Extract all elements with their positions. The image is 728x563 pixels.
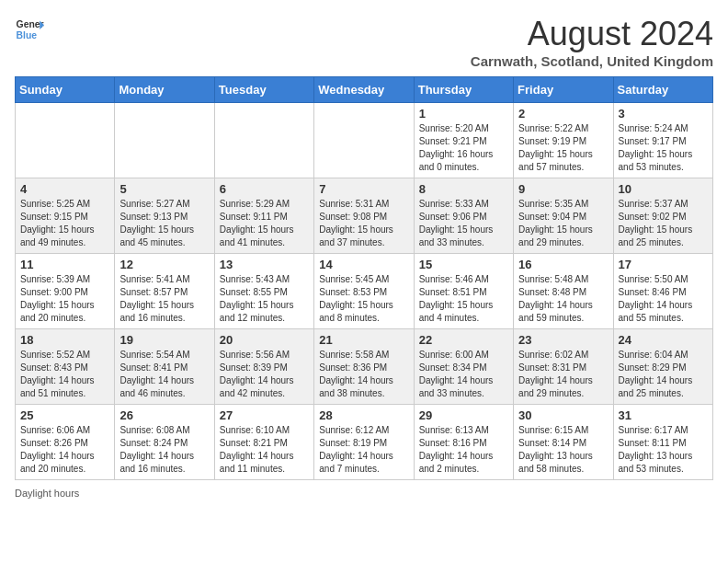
day-info: Sunrise: 6:10 AM Sunset: 8:21 PM Dayligh…: [220, 424, 309, 476]
calendar-cell: 24Sunrise: 6:04 AM Sunset: 8:29 PM Dayli…: [613, 329, 712, 405]
calendar-cell: 11Sunrise: 5:39 AM Sunset: 9:00 PM Dayli…: [16, 254, 115, 329]
day-info: Sunrise: 5:46 AM Sunset: 8:51 PM Dayligh…: [419, 273, 508, 325]
calendar-table: SundayMondayTuesdayWednesdayThursdayFrid…: [15, 76, 713, 480]
day-number: 16: [518, 258, 608, 271]
day-info: Sunrise: 5:29 AM Sunset: 9:11 PM Dayligh…: [220, 198, 309, 249]
calendar-week-1: 1Sunrise: 5:20 AM Sunset: 9:21 PM Daylig…: [16, 103, 713, 178]
day-number: 27: [220, 408, 309, 422]
day-info: Sunrise: 5:39 AM Sunset: 9:00 PM Dayligh…: [20, 273, 109, 325]
calendar-week-2: 4Sunrise: 5:25 AM Sunset: 9:15 PM Daylig…: [16, 178, 713, 254]
day-info: Sunrise: 5:37 AM Sunset: 9:02 PM Dayligh…: [619, 198, 708, 249]
day-number: 26: [119, 408, 209, 422]
location: Carnwath, Scotland, United Kingdom: [471, 53, 713, 69]
day-info: Sunrise: 6:17 AM Sunset: 8:11 PM Dayligh…: [619, 424, 708, 476]
calendar-cell: 25Sunrise: 6:06 AM Sunset: 8:26 PM Dayli…: [16, 405, 115, 480]
day-info: Sunrise: 5:25 AM Sunset: 9:15 PM Dayligh…: [20, 198, 109, 249]
day-info: Sunrise: 5:52 AM Sunset: 8:43 PM Dayligh…: [20, 349, 109, 400]
day-number: 21: [319, 333, 408, 347]
day-info: Sunrise: 5:56 AM Sunset: 8:39 PM Dayligh…: [220, 349, 309, 400]
col-header-wednesday: Wednesday: [314, 77, 414, 103]
calendar-cell: 17Sunrise: 5:50 AM Sunset: 8:46 PM Dayli…: [613, 254, 712, 329]
calendar-cell: 3Sunrise: 5:24 AM Sunset: 9:17 PM Daylig…: [613, 103, 712, 178]
calendar-cell: 7Sunrise: 5:31 AM Sunset: 9:08 PM Daylig…: [314, 178, 414, 254]
calendar-cell: [16, 103, 115, 178]
logo: General Blue: [15, 15, 44, 44]
col-header-sunday: Sunday: [16, 77, 115, 103]
col-header-saturday: Saturday: [613, 77, 712, 103]
calendar-cell: 16Sunrise: 5:48 AM Sunset: 8:48 PM Dayli…: [514, 254, 613, 329]
day-info: Sunrise: 5:58 AM Sunset: 8:36 PM Dayligh…: [319, 349, 408, 400]
day-info: Sunrise: 5:20 AM Sunset: 9:21 PM Dayligh…: [419, 122, 508, 174]
calendar-cell: [214, 103, 313, 178]
day-number: 18: [20, 333, 109, 347]
day-info: Sunrise: 6:06 AM Sunset: 8:26 PM Dayligh…: [20, 424, 109, 476]
day-number: 22: [419, 333, 508, 347]
col-header-monday: Monday: [115, 77, 214, 103]
calendar-cell: 21Sunrise: 5:58 AM Sunset: 8:36 PM Dayli…: [314, 329, 414, 405]
calendar-cell: 2Sunrise: 5:22 AM Sunset: 9:19 PM Daylig…: [514, 103, 613, 178]
col-header-friday: Friday: [514, 77, 613, 103]
calendar-cell: [314, 103, 414, 178]
day-number: 17: [619, 258, 708, 271]
day-number: 5: [119, 182, 209, 196]
footer-text: Daylight hours: [15, 488, 79, 499]
calendar-header-row: SundayMondayTuesdayWednesdayThursdayFrid…: [16, 77, 713, 103]
calendar-cell: 5Sunrise: 5:27 AM Sunset: 9:13 PM Daylig…: [115, 178, 214, 254]
calendar-week-3: 11Sunrise: 5:39 AM Sunset: 9:00 PM Dayli…: [16, 254, 713, 329]
calendar-cell: 13Sunrise: 5:43 AM Sunset: 8:55 PM Dayli…: [214, 254, 313, 329]
day-number: 7: [319, 182, 408, 196]
day-number: 1: [419, 107, 508, 121]
calendar-cell: 12Sunrise: 5:41 AM Sunset: 8:57 PM Dayli…: [115, 254, 214, 329]
day-number: 15: [419, 258, 508, 271]
day-info: Sunrise: 5:35 AM Sunset: 9:04 PM Dayligh…: [518, 198, 608, 249]
month-title: August 2024: [471, 15, 713, 53]
calendar-cell: 15Sunrise: 5:46 AM Sunset: 8:51 PM Dayli…: [414, 254, 513, 329]
day-number: 9: [518, 182, 608, 196]
day-number: 31: [619, 408, 708, 422]
day-info: Sunrise: 5:33 AM Sunset: 9:06 PM Dayligh…: [419, 198, 508, 249]
day-info: Sunrise: 5:31 AM Sunset: 9:08 PM Dayligh…: [319, 198, 408, 249]
day-info: Sunrise: 6:08 AM Sunset: 8:24 PM Dayligh…: [119, 424, 209, 476]
day-info: Sunrise: 6:04 AM Sunset: 8:29 PM Dayligh…: [619, 349, 708, 400]
day-info: Sunrise: 5:43 AM Sunset: 8:55 PM Dayligh…: [220, 273, 309, 325]
calendar-cell: 31Sunrise: 6:17 AM Sunset: 8:11 PM Dayli…: [613, 405, 712, 480]
calendar-cell: 28Sunrise: 6:12 AM Sunset: 8:19 PM Dayli…: [314, 405, 414, 480]
calendar-cell: 14Sunrise: 5:45 AM Sunset: 8:53 PM Dayli…: [314, 254, 414, 329]
day-number: 12: [119, 258, 209, 271]
calendar-cell: 1Sunrise: 5:20 AM Sunset: 9:21 PM Daylig…: [414, 103, 513, 178]
day-info: Sunrise: 6:02 AM Sunset: 8:31 PM Dayligh…: [518, 349, 608, 400]
day-number: 25: [20, 408, 109, 422]
calendar-cell: 22Sunrise: 6:00 AM Sunset: 8:34 PM Dayli…: [414, 329, 513, 405]
day-info: Sunrise: 5:50 AM Sunset: 8:46 PM Dayligh…: [619, 273, 708, 325]
calendar-cell: 10Sunrise: 5:37 AM Sunset: 9:02 PM Dayli…: [613, 178, 712, 254]
day-number: 30: [518, 408, 608, 422]
day-info: Sunrise: 5:41 AM Sunset: 8:57 PM Dayligh…: [119, 273, 209, 325]
calendar-week-4: 18Sunrise: 5:52 AM Sunset: 8:43 PM Dayli…: [16, 329, 713, 405]
title-area: August 2024 Carnwath, Scotland, United K…: [471, 15, 713, 69]
day-number: 14: [319, 258, 408, 271]
calendar-cell: 6Sunrise: 5:29 AM Sunset: 9:11 PM Daylig…: [214, 178, 313, 254]
calendar-cell: 30Sunrise: 6:15 AM Sunset: 8:14 PM Dayli…: [514, 405, 613, 480]
calendar-cell: 26Sunrise: 6:08 AM Sunset: 8:24 PM Dayli…: [115, 405, 214, 480]
calendar-cell: 18Sunrise: 5:52 AM Sunset: 8:43 PM Dayli…: [16, 329, 115, 405]
calendar-cell: 20Sunrise: 5:56 AM Sunset: 8:39 PM Dayli…: [214, 329, 313, 405]
day-number: 3: [619, 107, 708, 121]
day-info: Sunrise: 5:48 AM Sunset: 8:48 PM Dayligh…: [518, 273, 608, 325]
day-number: 2: [518, 107, 608, 121]
day-number: 20: [220, 333, 309, 347]
day-info: Sunrise: 5:24 AM Sunset: 9:17 PM Dayligh…: [619, 122, 708, 174]
day-number: 28: [319, 408, 408, 422]
svg-text:Blue: Blue: [17, 30, 38, 40]
day-number: 29: [419, 408, 508, 422]
logo-icon: General Blue: [15, 15, 44, 44]
day-number: 11: [20, 258, 109, 271]
col-header-tuesday: Tuesday: [214, 77, 313, 103]
day-number: 24: [619, 333, 708, 347]
footer: Daylight hours: [15, 488, 713, 499]
calendar-cell: [115, 103, 214, 178]
calendar-cell: 23Sunrise: 6:02 AM Sunset: 8:31 PM Dayli…: [514, 329, 613, 405]
day-info: Sunrise: 6:15 AM Sunset: 8:14 PM Dayligh…: [518, 424, 608, 476]
day-number: 10: [619, 182, 708, 196]
day-number: 19: [119, 333, 209, 347]
calendar-cell: 19Sunrise: 5:54 AM Sunset: 8:41 PM Dayli…: [115, 329, 214, 405]
